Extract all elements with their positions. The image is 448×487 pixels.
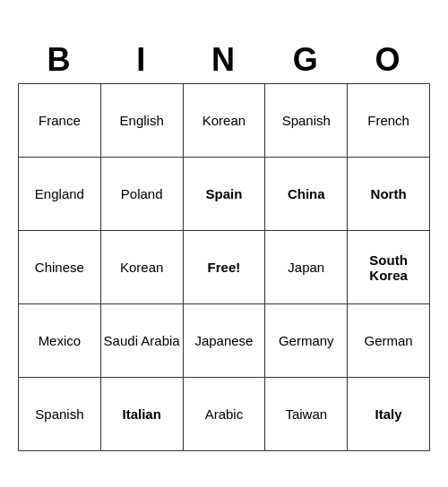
bingo-cell: Spanish	[265, 84, 348, 158]
bingo-cell: Free!	[183, 231, 265, 304]
bingo-cell: Italian	[100, 378, 183, 451]
bingo-cell: France	[19, 84, 101, 158]
bingo-cell: Japanese	[183, 304, 265, 378]
bingo-cell: Korean	[183, 84, 265, 158]
bingo-cell: Poland	[100, 158, 183, 231]
bingo-cell: England	[19, 158, 101, 231]
bingo-cell: South Korea	[348, 231, 430, 304]
bingo-cell: Saudi Arabia	[100, 304, 183, 378]
bingo-cell: Taiwan	[265, 378, 348, 451]
table-row: MexicoSaudi ArabiaJapaneseGermanyGerman	[19, 304, 430, 378]
bingo-cell: Japan	[265, 231, 348, 304]
bingo-cell: Chinese	[19, 231, 101, 304]
bingo-cell: China	[265, 158, 348, 231]
bingo-letter: G	[265, 36, 348, 84]
bingo-cell: Germany	[265, 304, 348, 378]
bingo-cell: Arabic	[183, 378, 265, 451]
bingo-letter: I	[100, 36, 183, 84]
bingo-cell: Mexico	[19, 304, 101, 378]
bingo-cell: French	[348, 84, 430, 158]
bingo-letter: O	[348, 36, 430, 84]
bingo-card: BINGO FranceEnglishKoreanSpanishFrenchEn…	[18, 36, 430, 452]
table-row: ChineseKoreanFree!JapanSouth Korea	[19, 231, 430, 304]
bingo-cell: North	[348, 158, 430, 231]
bingo-cell: Korean	[100, 231, 183, 304]
bingo-letter: N	[183, 36, 265, 84]
bingo-cell: English	[100, 84, 183, 158]
table-row: SpanishItalianArabicTaiwanItaly	[19, 378, 430, 451]
bingo-cell: Italy	[348, 378, 430, 451]
bingo-header-row: BINGO	[19, 36, 430, 84]
bingo-cell: Spain	[183, 158, 265, 231]
bingo-cell: Spanish	[19, 378, 101, 451]
table-row: EnglandPolandSpainChinaNorth	[19, 158, 430, 231]
bingo-cell: German	[348, 304, 430, 378]
bingo-letter: B	[19, 36, 101, 84]
table-row: FranceEnglishKoreanSpanishFrench	[19, 84, 430, 158]
